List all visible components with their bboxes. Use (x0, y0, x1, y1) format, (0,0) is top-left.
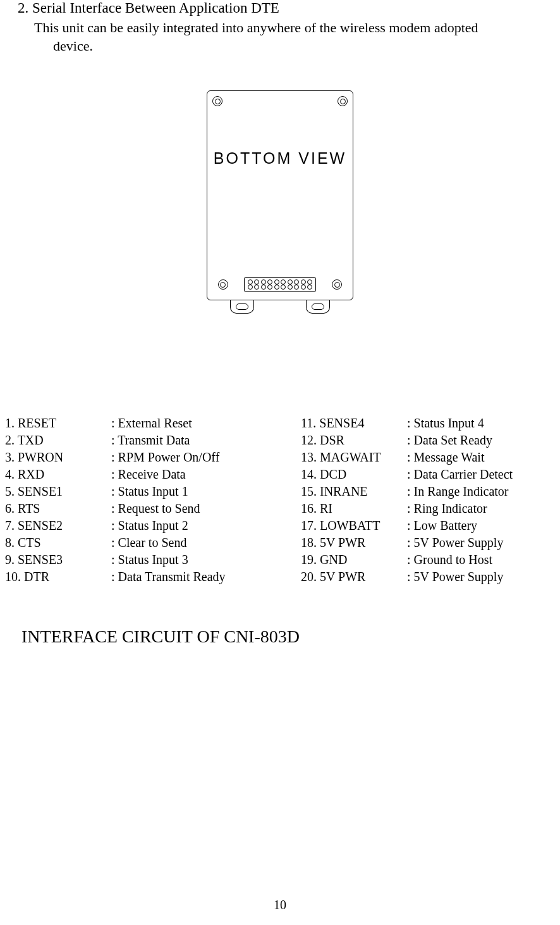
pin-desc: : Message Wait (407, 449, 513, 466)
pin-row: 2. TXD: Transmit Data (5, 432, 301, 449)
page-number: 10 (0, 898, 560, 912)
pin-desc: : Status Input 1 (111, 483, 301, 500)
pin-row: 19. GND: Ground to Host (301, 551, 513, 568)
pin-row: 13. MAGWAIT: Message Wait (301, 449, 513, 466)
pin-row: 12. DSR: Data Set Ready (301, 432, 513, 449)
pin-row: 7. SENSE2: Status Input 2 (5, 517, 301, 534)
pin-row: 8. CTS: Clear to Send (5, 534, 301, 551)
pin-row: 10. DTR: Data Transmit Ready (5, 568, 301, 585)
pin-desc: : Status Input 2 (111, 517, 301, 534)
pin-desc: : In Range Indicator (407, 483, 513, 500)
mounting-tab-icon (306, 300, 330, 314)
pin-row: 17. LOWBATT: Low Battery (301, 517, 513, 534)
pin-desc: : Status Input 3 (111, 551, 301, 568)
pin-row: 5. SENSE1: Status Input 1 (5, 483, 301, 500)
pin-label: 2. TXD (5, 432, 111, 449)
pin-label: 7. SENSE2 (5, 517, 111, 534)
pin-label: 16. RI (301, 500, 407, 517)
pin-desc: : Low Battery (407, 517, 513, 534)
paragraph-line-2: device. (34, 37, 547, 56)
pin-label: 10. DTR (5, 568, 111, 585)
pin-desc: : Status Input 4 (407, 415, 513, 432)
mounting-tab-icon (230, 300, 254, 314)
paragraph-line-1: This unit can be easily integrated into … (34, 20, 478, 35)
pin-row: 1. RESET: External Reset (5, 415, 301, 432)
pin-label: 17. LOWBATT (301, 517, 407, 534)
pin-column-right: 11. SENSE4: Status Input 4 12. DSR: Data… (301, 415, 513, 585)
pin-row: 4. RXD: Receive Data (5, 466, 301, 483)
pin-label: 4. RXD (5, 466, 111, 483)
pin-label: 19. GND (301, 551, 407, 568)
pin-row: 11. SENSE4: Status Input 4 (301, 415, 513, 432)
pin-desc: : Transmit Data (111, 432, 301, 449)
pin-label: 13. MAGWAIT (301, 449, 407, 466)
pin-desc: : Ground to Host (407, 551, 513, 568)
pin-label: 18. 5V PWR (301, 534, 407, 551)
pin-row: 16. RI: Ring Indicator (301, 500, 513, 517)
pin-desc: : 5V Power Supply (407, 568, 513, 585)
pin-desc: : Request to Send (111, 500, 301, 517)
pin-label: 9. SENSE3 (5, 551, 111, 568)
mount-hole-icon (218, 279, 228, 290)
pin-desc: : External Reset (111, 415, 301, 432)
pin-label: 11. SENSE4 (301, 415, 407, 432)
screw-hole-icon (212, 96, 222, 106)
pin-desc: : Receive Data (111, 466, 301, 483)
pin-label: 14. DCD (301, 466, 407, 483)
pin-row: 18. 5V PWR: 5V Power Supply (301, 534, 513, 551)
pin-label: 8. CTS (5, 534, 111, 551)
section-heading: 2. Serial Interface Between Application … (18, 0, 560, 16)
pin-label: 15. INRANE (301, 483, 407, 500)
pin-label: 3. PWRON (5, 449, 111, 466)
intro-paragraph: This unit can be easily integrated into … (34, 19, 547, 55)
screw-hole-icon (338, 96, 348, 106)
pin-row: 15. INRANE: In Range Indicator (301, 483, 513, 500)
pin-label: 6. RTS (5, 500, 111, 517)
mount-hole-icon (332, 279, 342, 290)
pin-desc: : RPM Power On/Off (111, 449, 301, 466)
circuit-heading: INTERFACE CIRCUIT OF CNI-803D (21, 627, 560, 647)
pin-column-left: 1. RESET: External Reset 2. TXD: Transmi… (5, 415, 301, 585)
pin-connector-icon (244, 277, 317, 292)
pin-label: 12. DSR (301, 432, 407, 449)
pin-row: 20. 5V PWR: 5V Power Supply (301, 568, 513, 585)
pin-row: 3. PWRON: RPM Power On/Off (5, 449, 301, 466)
pin-row: 14. DCD: Data Carrier Detect (301, 466, 513, 483)
pin-desc: : 5V Power Supply (407, 534, 513, 551)
pin-desc: : Data Set Ready (407, 432, 513, 449)
pin-row: 9. SENSE3: Status Input 3 (5, 551, 301, 568)
pin-desc: : Data Carrier Detect (407, 466, 513, 483)
pin-label: 5. SENSE1 (5, 483, 111, 500)
pin-desc: : Data Transmit Ready (111, 568, 301, 585)
pin-desc: : Ring Indicator (407, 500, 513, 517)
pin-definition-table: 1. RESET: External Reset 2. TXD: Transmi… (0, 415, 560, 585)
pin-desc: : Clear to Send (111, 534, 301, 551)
diagram-label: BOTTOM VIEW (207, 149, 353, 168)
bottom-view-diagram: BOTTOM VIEW (0, 90, 560, 304)
pin-label: 20. 5V PWR (301, 568, 407, 585)
pin-row: 6. RTS: Request to Send (5, 500, 301, 517)
pin-label: 1. RESET (5, 415, 111, 432)
